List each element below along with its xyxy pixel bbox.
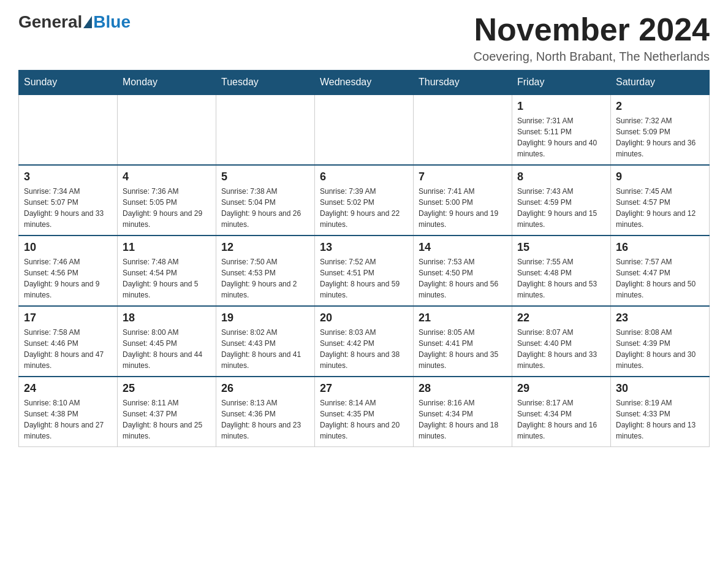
day-header-monday: Monday: [118, 71, 216, 95]
day-number: 11: [123, 241, 211, 254]
day-cell: 1Sunrise: 7:31 AMSunset: 5:11 PMDaylight…: [512, 94, 611, 165]
week-row-4: 17Sunrise: 7:58 AMSunset: 4:46 PMDayligh…: [19, 306, 710, 377]
day-cell: 23Sunrise: 8:08 AMSunset: 4:39 PMDayligh…: [611, 306, 710, 377]
day-number: 6: [320, 170, 408, 183]
day-info: Sunrise: 7:41 AMSunset: 5:00 PMDaylight:…: [419, 186, 507, 230]
day-cell: 29Sunrise: 8:17 AMSunset: 4:34 PMDayligh…: [512, 377, 611, 447]
day-number: 30: [616, 382, 704, 395]
day-info: Sunrise: 8:00 AMSunset: 4:45 PMDaylight:…: [123, 327, 211, 371]
page-header: General Blue November 2024 Coevering, No…: [18, 12, 710, 64]
day-number: 27: [320, 382, 408, 395]
day-header-saturday: Saturday: [611, 71, 710, 95]
day-cell: 3Sunrise: 7:34 AMSunset: 5:07 PMDaylight…: [19, 165, 118, 236]
day-number: 18: [123, 312, 211, 324]
day-header-wednesday: Wednesday: [315, 71, 414, 95]
logo-general-text: General: [18, 12, 82, 32]
calendar-table: SundayMondayTuesdayWednesdayThursdayFrid…: [18, 70, 710, 447]
day-number: 21: [419, 312, 507, 324]
day-info: Sunrise: 7:31 AMSunset: 5:11 PMDaylight:…: [517, 115, 605, 159]
week-row-3: 10Sunrise: 7:46 AMSunset: 4:56 PMDayligh…: [19, 236, 710, 306]
day-info: Sunrise: 7:38 AMSunset: 5:04 PMDaylight:…: [221, 186, 309, 230]
day-number: 8: [517, 170, 605, 183]
day-cell: 12Sunrise: 7:50 AMSunset: 4:53 PMDayligh…: [216, 236, 315, 306]
day-header-thursday: Thursday: [414, 71, 512, 95]
day-cell: 16Sunrise: 7:57 AMSunset: 4:47 PMDayligh…: [611, 236, 710, 306]
calendar-header: SundayMondayTuesdayWednesdayThursdayFrid…: [19, 71, 710, 95]
day-cell: 15Sunrise: 7:55 AMSunset: 4:48 PMDayligh…: [512, 236, 611, 306]
day-cell: 8Sunrise: 7:43 AMSunset: 4:59 PMDaylight…: [512, 165, 611, 236]
day-cell: 14Sunrise: 7:53 AMSunset: 4:50 PMDayligh…: [414, 236, 512, 306]
week-row-5: 24Sunrise: 8:10 AMSunset: 4:38 PMDayligh…: [19, 377, 710, 447]
day-header-friday: Friday: [512, 71, 611, 95]
header-row: SundayMondayTuesdayWednesdayThursdayFrid…: [19, 71, 710, 95]
day-number: 1: [517, 100, 605, 113]
day-number: 17: [24, 312, 112, 324]
day-header-tuesday: Tuesday: [216, 71, 315, 95]
day-info: Sunrise: 7:48 AMSunset: 4:54 PMDaylight:…: [123, 256, 211, 301]
day-info: Sunrise: 7:46 AMSunset: 4:56 PMDaylight:…: [24, 256, 112, 301]
day-info: Sunrise: 7:55 AMSunset: 4:48 PMDaylight:…: [517, 256, 605, 301]
day-info: Sunrise: 8:03 AMSunset: 4:42 PMDaylight:…: [320, 327, 408, 371]
day-cell: [315, 94, 414, 165]
day-info: Sunrise: 7:58 AMSunset: 4:46 PMDaylight:…: [24, 327, 112, 371]
logo-triangle-icon: [83, 16, 92, 28]
day-cell: 4Sunrise: 7:36 AMSunset: 5:05 PMDaylight…: [118, 165, 216, 236]
day-number: 16: [616, 241, 704, 254]
day-info: Sunrise: 7:32 AMSunset: 5:09 PMDaylight:…: [616, 115, 704, 159]
day-info: Sunrise: 7:39 AMSunset: 5:02 PMDaylight:…: [320, 186, 408, 230]
day-info: Sunrise: 8:16 AMSunset: 4:34 PMDaylight:…: [419, 397, 507, 442]
day-cell: 18Sunrise: 8:00 AMSunset: 4:45 PMDayligh…: [118, 306, 216, 377]
day-info: Sunrise: 8:17 AMSunset: 4:34 PMDaylight:…: [517, 397, 605, 442]
title-area: November 2024 Coevering, North Brabant, …: [474, 12, 710, 64]
day-info: Sunrise: 7:50 AMSunset: 4:53 PMDaylight:…: [221, 256, 309, 301]
day-number: 19: [221, 312, 309, 324]
day-info: Sunrise: 7:34 AMSunset: 5:07 PMDaylight:…: [24, 186, 112, 230]
day-number: 22: [517, 312, 605, 324]
day-info: Sunrise: 7:52 AMSunset: 4:51 PMDaylight:…: [320, 256, 408, 301]
day-info: Sunrise: 8:19 AMSunset: 4:33 PMDaylight:…: [616, 397, 704, 442]
day-cell: [19, 94, 118, 165]
day-cell: 17Sunrise: 7:58 AMSunset: 4:46 PMDayligh…: [19, 306, 118, 377]
day-number: 9: [616, 170, 704, 183]
day-info: Sunrise: 7:36 AMSunset: 5:05 PMDaylight:…: [123, 186, 211, 230]
day-cell: [118, 94, 216, 165]
logo-blue-text: Blue: [93, 12, 131, 32]
day-cell: 27Sunrise: 8:14 AMSunset: 4:35 PMDayligh…: [315, 377, 414, 447]
day-info: Sunrise: 8:07 AMSunset: 4:40 PMDaylight:…: [517, 327, 605, 371]
day-info: Sunrise: 7:57 AMSunset: 4:47 PMDaylight:…: [616, 256, 704, 301]
day-info: Sunrise: 7:53 AMSunset: 4:50 PMDaylight:…: [419, 256, 507, 301]
day-info: Sunrise: 7:45 AMSunset: 4:57 PMDaylight:…: [616, 186, 704, 230]
day-cell: 30Sunrise: 8:19 AMSunset: 4:33 PMDayligh…: [611, 377, 710, 447]
day-cell: 10Sunrise: 7:46 AMSunset: 4:56 PMDayligh…: [19, 236, 118, 306]
day-cell: [216, 94, 315, 165]
day-number: 15: [517, 241, 605, 254]
day-info: Sunrise: 8:08 AMSunset: 4:39 PMDaylight:…: [616, 327, 704, 371]
day-number: 3: [24, 170, 112, 183]
day-number: 14: [419, 241, 507, 254]
day-number: 26: [221, 382, 309, 395]
day-cell: [414, 94, 512, 165]
day-cell: 26Sunrise: 8:13 AMSunset: 4:36 PMDayligh…: [216, 377, 315, 447]
day-info: Sunrise: 7:43 AMSunset: 4:59 PMDaylight:…: [517, 186, 605, 230]
day-cell: 22Sunrise: 8:07 AMSunset: 4:40 PMDayligh…: [512, 306, 611, 377]
day-info: Sunrise: 8:10 AMSunset: 4:38 PMDaylight:…: [24, 397, 112, 442]
day-number: 10: [24, 241, 112, 254]
calendar-body: 1Sunrise: 7:31 AMSunset: 5:11 PMDaylight…: [19, 94, 710, 447]
week-row-1: 1Sunrise: 7:31 AMSunset: 5:11 PMDaylight…: [19, 94, 710, 165]
day-cell: 11Sunrise: 7:48 AMSunset: 4:54 PMDayligh…: [118, 236, 216, 306]
day-cell: 2Sunrise: 7:32 AMSunset: 5:09 PMDaylight…: [611, 94, 710, 165]
day-cell: 24Sunrise: 8:10 AMSunset: 4:38 PMDayligh…: [19, 377, 118, 447]
day-number: 7: [419, 170, 507, 183]
day-number: 4: [123, 170, 211, 183]
day-number: 13: [320, 241, 408, 254]
day-number: 23: [616, 312, 704, 324]
day-cell: 21Sunrise: 8:05 AMSunset: 4:41 PMDayligh…: [414, 306, 512, 377]
logo: General Blue: [18, 12, 131, 32]
day-number: 5: [221, 170, 309, 183]
week-row-2: 3Sunrise: 7:34 AMSunset: 5:07 PMDaylight…: [19, 165, 710, 236]
day-cell: 7Sunrise: 7:41 AMSunset: 5:00 PMDaylight…: [414, 165, 512, 236]
day-info: Sunrise: 8:14 AMSunset: 4:35 PMDaylight:…: [320, 397, 408, 442]
day-cell: 28Sunrise: 8:16 AMSunset: 4:34 PMDayligh…: [414, 377, 512, 447]
day-header-sunday: Sunday: [19, 71, 118, 95]
day-number: 20: [320, 312, 408, 324]
